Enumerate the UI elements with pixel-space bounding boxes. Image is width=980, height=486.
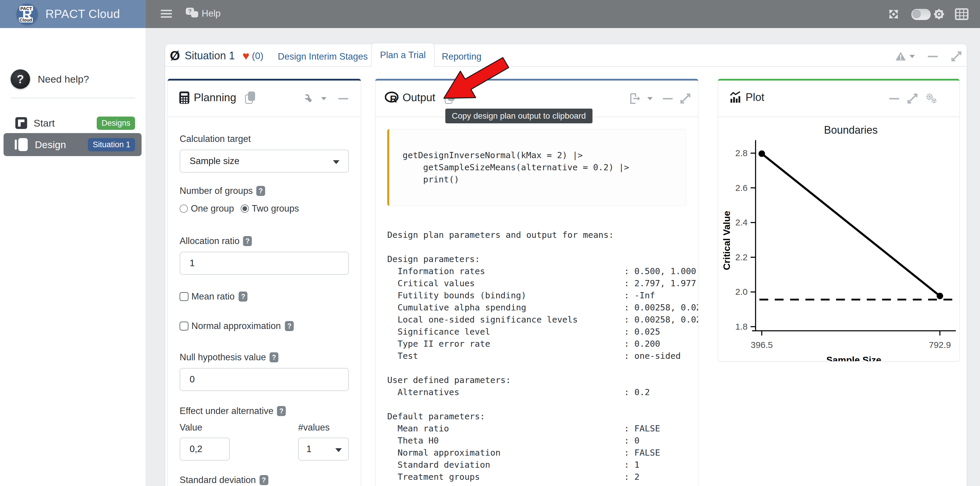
planning-form: Calculation target Sample size Number of… [168, 134, 361, 486]
designs-badge: Designs [97, 116, 135, 130]
effect-inputs: 0,2 1 [180, 438, 349, 461]
allocation-ratio-input[interactable]: 1 [180, 252, 349, 275]
mean-ratio-row[interactable]: Mean ratio ? [180, 291, 349, 302]
svg-text:Boundaries: Boundaries [824, 124, 878, 136]
svg-text:2.0: 2.0 [735, 287, 748, 296]
number-of-groups-options: One group Two groups [180, 203, 349, 214]
sidebar-header: R PACT Cloud RPACT Cloud [0, 0, 146, 28]
situation-title: Situation 1 [185, 49, 235, 62]
design-label: Design [35, 139, 88, 150]
planning-title: Planning [194, 91, 236, 104]
help-badge-icon[interactable]: ? [270, 352, 278, 362]
tab-plan-a-trial[interactable]: Plan a Trial [371, 43, 435, 67]
svg-text:Critical Value: Critical Value [721, 211, 732, 270]
value-label: Value [180, 422, 230, 433]
normal-approximation-checkbox[interactable] [180, 322, 188, 330]
help-badge-icon[interactable]: ? [256, 186, 265, 196]
planning-panel-header: Planning [168, 81, 361, 117]
svg-text:396.5: 396.5 [751, 340, 773, 350]
breadcrumb-situation: Ø Situation 1 ♥ (0) [170, 48, 263, 63]
chart-icon [729, 91, 741, 104]
app-root: ? Help R PACT Cloud RPACT Cloud ? [0, 0, 980, 486]
chevron-down-icon [335, 448, 342, 452]
svg-text:2.4: 2.4 [735, 217, 748, 227]
design-icon [15, 138, 28, 151]
sidebar-item-design[interactable]: Design Situation 1 [3, 133, 142, 156]
calculation-target-label: Calculation target [180, 134, 349, 144]
help-badge-icon[interactable]: ? [259, 475, 268, 485]
help-badge-icon[interactable]: ? [239, 292, 247, 301]
null-hypothesis-input[interactable]: 0 [180, 368, 349, 391]
export-icon[interactable] [630, 92, 640, 104]
standard-deviation-label: Standard deviation? [180, 475, 349, 485]
warning-icon[interactable] [896, 51, 906, 61]
svg-text:2.6: 2.6 [735, 183, 748, 193]
start-label: Start [33, 118, 97, 129]
question-circle-icon: ? [11, 69, 30, 89]
expand-card-icon[interactable] [951, 51, 962, 62]
planning-panel: Planning Calculation target Sample size [167, 79, 361, 486]
calculation-target-select[interactable]: Sample size [180, 150, 349, 173]
empty-set-icon: Ø [170, 48, 180, 63]
svg-text:2.8: 2.8 [735, 148, 748, 158]
rpact-logo[interactable]: R PACT Cloud [16, 3, 38, 25]
help-label: Help [202, 8, 221, 19]
null-hypothesis-label: Null hypothesis value? [180, 352, 349, 363]
expand-output-icon[interactable] [680, 93, 691, 104]
plot-panel: Plot BoundariesCritical Value1.82.02.22. [718, 79, 960, 362]
normal-approximation-row[interactable]: Normal approximation ? [180, 321, 349, 331]
heart-icon[interactable]: ♥ [242, 49, 250, 62]
nvalues-label: #values [298, 422, 349, 433]
apps-grid-icon[interactable] [955, 8, 969, 20]
plot-panel-header: Plot [718, 81, 959, 117]
wrench-icon[interactable] [304, 94, 313, 104]
copy-planning-icon[interactable] [245, 91, 255, 104]
r-code-block: getDesignInverseNormal(kMax = 2) |> getS… [387, 129, 686, 206]
collapse-output-icon[interactable] [663, 98, 673, 99]
mean-ratio-checkbox[interactable] [180, 292, 188, 301]
copy-tooltip: Copy design plan output to clipboard [445, 108, 592, 123]
svg-text:2.2: 2.2 [735, 252, 748, 262]
plot-settings-gears-icon[interactable] [926, 93, 937, 104]
collapse-plot-icon[interactable] [889, 98, 899, 99]
collapse-card-icon[interactable] [928, 56, 938, 57]
sidebar-item-need-help[interactable]: ? Need help? [11, 69, 89, 89]
help-badge-icon[interactable]: ? [277, 406, 286, 416]
expand-plot-icon[interactable] [907, 93, 918, 104]
boundaries-chart: BoundariesCritical Value1.82.02.22.42.62… [718, 116, 960, 362]
tab-baseline [165, 66, 967, 67]
favorites-count: (0) [252, 51, 263, 61]
export-caret-icon[interactable] [648, 97, 653, 100]
r-code: getDesignInverseNormal(kMax = 2) |> getS… [402, 149, 673, 186]
calculator-icon [179, 91, 189, 104]
settings-sun-icon[interactable] [932, 8, 945, 21]
help-chat-icon: ? [186, 7, 199, 20]
tab-design-interim-stages[interactable]: Design Interim Stages [278, 51, 368, 62]
app-title: RPACT Cloud [45, 7, 120, 21]
situation-badge: Situation 1 [88, 138, 135, 151]
output-title: Output [402, 91, 435, 104]
svg-text:792.9: 792.9 [929, 340, 951, 350]
radio-two-groups[interactable]: Two groups [241, 203, 299, 214]
effect-under-alternative-label: Effect under alternative? [180, 406, 349, 416]
help-menu[interactable]: ? Help [186, 7, 221, 20]
theme-toggle[interactable] [911, 9, 931, 20]
svg-text:1.8: 1.8 [735, 322, 748, 331]
nvalues-select[interactable]: 1 [298, 438, 349, 461]
radio-one-group[interactable]: One group [180, 203, 234, 214]
warning-caret-icon[interactable] [910, 55, 915, 58]
collapse-planning-icon[interactable] [338, 98, 348, 99]
sidebar-item-start[interactable]: Start Designs [3, 112, 142, 135]
fullscreen-move-icon[interactable] [885, 5, 903, 23]
r-logo-icon: R [385, 91, 398, 104]
svg-text:R: R [390, 93, 397, 104]
hamburger-menu-icon[interactable] [161, 10, 172, 18]
plot-title: Plot [746, 91, 764, 104]
toggle-knob [912, 10, 921, 18]
output-panel: R Output [375, 79, 698, 486]
wrench-caret-icon[interactable] [321, 97, 326, 100]
help-badge-icon[interactable]: ? [243, 236, 252, 246]
effect-value-input[interactable]: 0,2 [180, 438, 230, 461]
effect-col-labels: Value #values [180, 422, 349, 433]
help-badge-icon[interactable]: ? [285, 321, 294, 331]
